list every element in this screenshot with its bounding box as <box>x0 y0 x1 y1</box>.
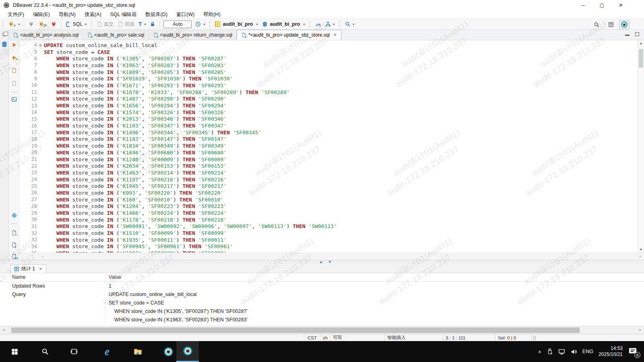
file-explorer-button[interactable] <box>128 341 147 362</box>
active-connection-select[interactable]: audit_bi_pro ▾ <box>213 21 259 28</box>
menu-item-7[interactable]: 帮助(H) <box>199 11 225 19</box>
usb-device-icon[interactable] <box>547 348 553 355</box>
results-horizontal-scrollbar[interactable]: ‹ › <box>0 326 644 334</box>
rollback-button[interactable]: 回滚 <box>116 20 136 29</box>
scroll-up-icon[interactable]: ▲ <box>638 41 644 45</box>
window-maximize-button[interactable]: ▢ <box>592 0 611 10</box>
menu-item-5[interactable]: 数据库(D) <box>141 11 172 19</box>
menu-item-0[interactable]: 文件(F) <box>3 11 29 19</box>
editor-tab[interactable]: ✓<audit_bi_pro> sale.sql <box>83 30 149 40</box>
language-indicator[interactable]: ENG <box>582 349 593 354</box>
close-icon[interactable]: ✕ <box>39 267 42 271</box>
speaker-icon[interactable] <box>570 348 577 355</box>
commit-mode-select[interactable]: Auto <box>163 21 192 28</box>
sql-editor[interactable]: 4⊖UPDATE custom_online_sale_bill_local5S… <box>19 40 638 253</box>
network-icon[interactable] <box>558 348 565 355</box>
transaction-timeout-button[interactable]: ▾ <box>194 21 206 28</box>
tasks-button[interactable]: ▾ <box>324 21 336 28</box>
editor-tab[interactable]: ✓<audit_bi_pro> analysis.sql <box>9 30 83 40</box>
dbeaver-perspective-button[interactable] <box>619 20 630 29</box>
minimize-editor-icon[interactable] <box>625 32 630 36</box>
commit-button[interactable]: 提交 <box>95 20 115 29</box>
menu-item-3[interactable]: 搜索(A) <box>80 11 106 19</box>
tray-chevron-icon[interactable]: ∧ <box>538 349 541 354</box>
table-row[interactable]: WHEN store_code IN ('K1305', 'SF00287') … <box>0 307 644 315</box>
code-line: 34 WHEN store_code IN ('SF00945', 'SF009… <box>19 243 638 250</box>
dbeaver-taskbar-button[interactable] <box>159 341 178 362</box>
scroll-down-icon[interactable]: ▼ <box>638 248 644 251</box>
transaction-log-button[interactable]: T ▾ <box>137 20 148 28</box>
sql-search-button[interactable]: ▾ <box>343 21 356 28</box>
toolbar-separator <box>9 92 19 93</box>
quick-access-search-button[interactable] <box>592 21 601 29</box>
open-terminal-button[interactable] <box>9 97 19 102</box>
table-row[interactable]: Updated Rows1 <box>0 282 644 290</box>
internet-explorer-button[interactable]: e <box>97 341 117 362</box>
export-result-button[interactable]: → <box>9 230 19 236</box>
execute-statement-button[interactable] <box>9 42 19 47</box>
editor-vertical-scrollbar[interactable]: ▲ ▼ <box>638 40 644 253</box>
taskbar-search-button[interactable] <box>35 341 55 362</box>
restore-panels-icon[interactable] <box>2 33 6 36</box>
status-caret-position[interactable]: 3 : 1 : 111 <box>443 334 495 341</box>
dbeaver-taskbar-button-active[interactable] <box>176 341 199 362</box>
menu-item-2[interactable]: 导航(N) <box>54 11 80 19</box>
status-selection[interactable]: Sel: 0 | 0 <box>495 334 531 341</box>
notification-center-button[interactable]: 8 <box>628 346 638 357</box>
line-number: 25 <box>19 183 37 189</box>
menu-item-6[interactable]: 窗口(W) <box>172 11 199 19</box>
status-write-mode[interactable]: 可写 <box>330 334 384 341</box>
code-line: 8 WHEN store_code IN ('K1809', 'SF00285'… <box>19 69 638 76</box>
statistics-tab[interactable]: 统计 1 ✕ <box>10 264 46 273</box>
column-header-value[interactable]: Value <box>105 273 644 281</box>
disconnect-button[interactable] <box>49 21 58 28</box>
open-perspective-button[interactable] <box>607 21 615 28</box>
taskbar-clock[interactable]: 14:53 2025/10/21 <box>599 346 623 358</box>
start-button[interactable] <box>5 341 24 362</box>
task-view-button[interactable] <box>64 341 84 362</box>
scroll-left-icon[interactable]: ‹ <box>42 254 43 259</box>
new-connection-button[interactable]: + ▾ <box>6 20 21 29</box>
editor-tab[interactable]: ✓*<audit_bi_pro> update_sbz_store.sql✕ <box>237 30 341 40</box>
explain-plan-button[interactable] <box>9 80 19 86</box>
active-database-select[interactable]: audit_bi_pro ▾ <box>260 21 307 28</box>
scroll-right-icon[interactable]: › <box>639 327 641 333</box>
editor-settings-button[interactable] <box>9 212 19 218</box>
editor-tab[interactable]: ✓<audit_bi_pro> return_change.sql <box>149 30 237 40</box>
database-navigator-icon[interactable] <box>1 41 8 47</box>
fold-collapse-icon[interactable]: ⊖ <box>37 43 44 48</box>
window-close-button[interactable]: ✕ <box>611 0 630 10</box>
maximize-editor-icon[interactable] <box>635 32 639 36</box>
menu-item-4[interactable]: SQL 编辑器 <box>106 11 141 19</box>
script-variables-button[interactable]: (x) <box>9 253 19 259</box>
status-insert-mode[interactable]: 智能插入 <box>384 334 443 341</box>
table-row[interactable]: WHEN store_code IN ('K1963', 'SF00283') … <box>0 315 644 324</box>
execute-script-button[interactable] <box>9 68 19 73</box>
scrollbar-thumb[interactable] <box>639 49 643 68</box>
sash-collapse-up-icon[interactable]: ▲ <box>319 260 323 264</box>
panel-sash[interactable]: ▲ ▼ <box>0 260 644 264</box>
commit-page-icon <box>97 21 102 27</box>
column-header-name[interactable]: Name <box>0 273 105 281</box>
validate-script-button[interactable]: ! <box>9 242 19 248</box>
scrollbar-thumb[interactable] <box>11 327 580 333</box>
dashboard-button[interactable] <box>314 21 323 28</box>
connect-button[interactable] <box>27 21 36 28</box>
close-icon[interactable]: ✕ <box>333 33 336 37</box>
status-language[interactable]: zh <box>320 334 330 341</box>
window-minimize-button[interactable]: ─ <box>574 0 592 10</box>
code-line: 23 WHEN store_code IN ('K1463', 'SF00214… <box>19 169 638 176</box>
lock-button[interactable] <box>148 21 157 28</box>
reconnect-button[interactable]: ⟳ <box>37 20 48 29</box>
sash-collapse-down-icon[interactable]: ▼ <box>328 260 332 264</box>
sql-editor-button[interactable]: SQL ▾ <box>64 21 88 28</box>
execute-new-tab-button[interactable]: + <box>9 55 19 60</box>
scroll-right-icon[interactable]: › <box>639 254 641 259</box>
table-row[interactable]: QueryUPDATE custom_online_sale_bill_loca… <box>0 290 644 298</box>
scroll-left-icon[interactable]: ‹ <box>3 327 5 333</box>
editor-horizontal-scrollbar[interactable]: ‹ › <box>19 253 644 260</box>
table-row[interactable]: SET store_code = CASE <box>0 298 644 307</box>
tab-label: *<audit_bi_pro> update_sbz_store.sql <box>248 32 330 38</box>
status-timezone[interactable]: CST <box>304 334 320 341</box>
menu-item-1[interactable]: 编辑(E) <box>29 11 54 19</box>
